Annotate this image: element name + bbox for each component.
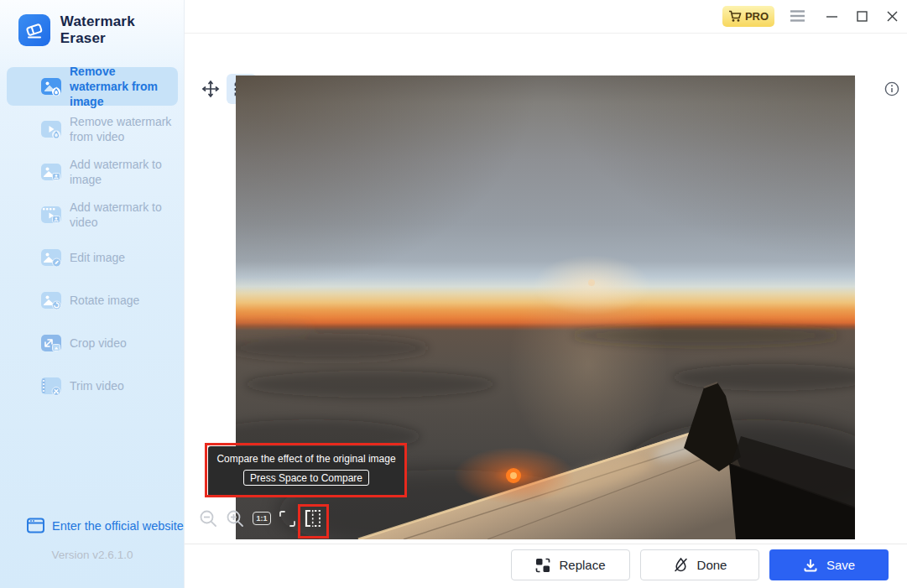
download-icon xyxy=(803,558,818,573)
fit-screen-icon xyxy=(279,510,296,528)
official-website-link[interactable]: Enter the official website xyxy=(27,518,184,533)
move-icon xyxy=(201,80,220,98)
done-button[interactable]: Done xyxy=(640,549,759,580)
actual-size-icon: 1:1 xyxy=(253,512,270,525)
version-label: Version v2.6.1.0 xyxy=(0,549,185,561)
sidebar-item-remove-watermark-video[interactable]: Remove watermark from video xyxy=(7,110,178,148)
minimize-button[interactable] xyxy=(819,4,844,28)
fit-screen-button[interactable] xyxy=(274,506,300,531)
close-icon xyxy=(887,11,898,22)
pro-label: PRO xyxy=(745,10,769,23)
sidebar: Watermark Eraser Remove watermark from i… xyxy=(0,0,185,588)
maximize-icon xyxy=(857,11,868,22)
done-label: Done xyxy=(697,558,727,572)
no-watermark-icon xyxy=(673,557,689,573)
sidebar-item-rotate-image[interactable]: Rotate image xyxy=(7,281,178,320)
trim-video-icon xyxy=(40,375,62,397)
sidebar-item-add-watermark-image[interactable]: Add watermark to image xyxy=(7,153,178,191)
sidebar-item-label: Remove watermark from image xyxy=(70,64,172,110)
edit-image-icon xyxy=(40,247,62,268)
hamburger-menu-icon xyxy=(790,10,805,22)
official-website-label: Enter the official website xyxy=(52,519,184,533)
sidebar-item-crop-video[interactable]: Crop video xyxy=(7,324,178,362)
cart-icon xyxy=(728,10,742,23)
app-logo-row: Watermark Eraser xyxy=(18,13,184,47)
sidebar-item-label: Trim video xyxy=(70,378,172,393)
app-title: Watermark Eraser xyxy=(60,13,184,47)
watermark-eraser-window: Watermark Eraser Remove watermark from i… xyxy=(0,0,907,588)
zoom-out-button[interactable] xyxy=(195,506,221,531)
maximize-button[interactable] xyxy=(849,4,874,28)
save-label: Save xyxy=(826,558,855,572)
sidebar-item-add-watermark-video[interactable]: Add watermark to video xyxy=(7,195,178,234)
minimize-icon xyxy=(826,11,837,22)
move-tool-button[interactable] xyxy=(195,74,226,104)
sidebar-item-label: Edit image xyxy=(70,250,172,265)
replace-icon xyxy=(535,558,550,573)
replace-button[interactable]: Replace xyxy=(511,549,630,580)
tooltip-highlight-annotation xyxy=(205,443,407,497)
app-logo-icon xyxy=(18,14,50,46)
info-button[interactable] xyxy=(878,75,906,102)
remove-watermark-image-icon xyxy=(40,75,62,97)
sidebar-item-remove-watermark-image[interactable]: Remove watermark from image xyxy=(7,67,178,106)
zoom-in-icon xyxy=(226,509,244,528)
sidebar-item-trim-video[interactable]: Trim video xyxy=(7,367,178,405)
replace-label: Replace xyxy=(559,558,605,572)
crop-video-icon xyxy=(40,332,62,354)
sidebar-item-edit-image[interactable]: Edit image xyxy=(7,238,178,277)
compare-button-highlight-annotation xyxy=(298,504,329,539)
footer-bar: Replace Done Save xyxy=(185,544,907,588)
browser-window-icon xyxy=(27,518,44,533)
sidebar-item-label: Remove watermark from video xyxy=(70,114,172,144)
editor-toolbar: Brush size 40 ▲ ▼ AI xyxy=(185,34,907,75)
actual-size-button[interactable]: 1:1 xyxy=(249,506,274,531)
info-icon xyxy=(884,81,899,96)
rotate-image-icon xyxy=(40,289,62,311)
remove-watermark-video-icon xyxy=(40,118,62,140)
sidebar-item-label: Add watermark to video xyxy=(70,200,172,230)
sidebar-item-label: Crop video xyxy=(70,336,172,351)
pro-upgrade-button[interactable]: PRO xyxy=(722,6,774,27)
menu-button[interactable] xyxy=(785,4,810,28)
title-bar: PRO xyxy=(185,0,907,34)
add-watermark-image-icon xyxy=(40,161,62,183)
zoom-out-icon xyxy=(199,509,217,528)
add-watermark-video-icon xyxy=(40,204,62,226)
close-button[interactable] xyxy=(879,4,904,28)
sidebar-item-label: Rotate image xyxy=(70,293,172,308)
zoom-in-button[interactable] xyxy=(222,506,248,531)
save-button[interactable]: Save xyxy=(769,549,889,580)
sidebar-item-label: Add watermark to image xyxy=(70,157,172,187)
